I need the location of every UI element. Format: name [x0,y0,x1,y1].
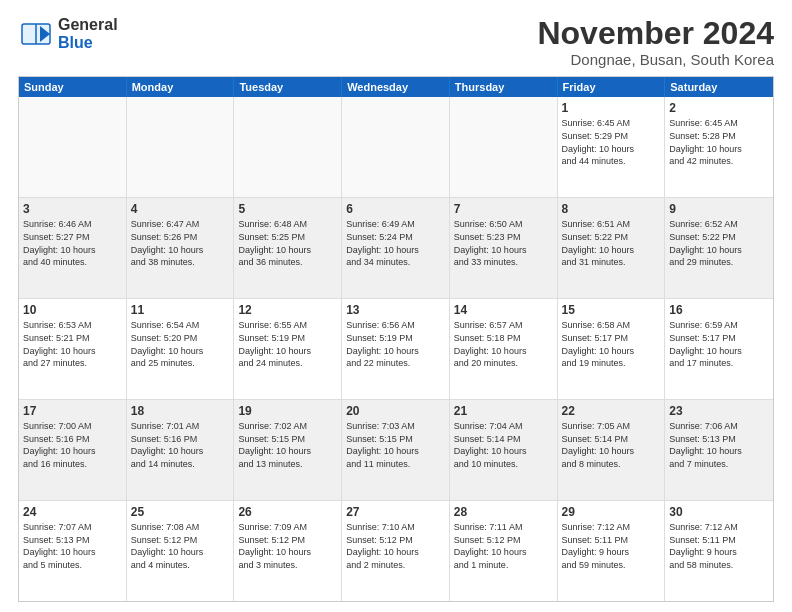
weekday-header-friday: Friday [558,77,666,97]
day-cell-22: 22Sunrise: 7:05 AM Sunset: 5:14 PM Dayli… [558,400,666,500]
day-cell-28: 28Sunrise: 7:11 AM Sunset: 5:12 PM Dayli… [450,501,558,601]
day-cell-30: 30Sunrise: 7:12 AM Sunset: 5:11 PM Dayli… [665,501,773,601]
day-cell-17: 17Sunrise: 7:00 AM Sunset: 5:16 PM Dayli… [19,400,127,500]
calendar-row-2: 10Sunrise: 6:53 AM Sunset: 5:21 PM Dayli… [19,298,773,399]
day-info: Sunrise: 6:54 AM Sunset: 5:20 PM Dayligh… [131,319,230,369]
day-info: Sunrise: 7:01 AM Sunset: 5:16 PM Dayligh… [131,420,230,470]
day-number: 16 [669,302,769,318]
day-info: Sunrise: 7:02 AM Sunset: 5:15 PM Dayligh… [238,420,337,470]
page: General Blue November 2024 Dongnae, Busa… [0,0,792,612]
day-info: Sunrise: 6:49 AM Sunset: 5:24 PM Dayligh… [346,218,445,268]
logo-general: General [58,16,118,34]
day-info: Sunrise: 6:53 AM Sunset: 5:21 PM Dayligh… [23,319,122,369]
day-info: Sunrise: 6:55 AM Sunset: 5:19 PM Dayligh… [238,319,337,369]
day-cell-7: 7Sunrise: 6:50 AM Sunset: 5:23 PM Daylig… [450,198,558,298]
day-cell-20: 20Sunrise: 7:03 AM Sunset: 5:15 PM Dayli… [342,400,450,500]
day-info: Sunrise: 6:46 AM Sunset: 5:27 PM Dayligh… [23,218,122,268]
day-cell-23: 23Sunrise: 7:06 AM Sunset: 5:13 PM Dayli… [665,400,773,500]
day-number: 2 [669,100,769,116]
month-title: November 2024 [537,16,774,51]
calendar-header: SundayMondayTuesdayWednesdayThursdayFrid… [19,77,773,97]
empty-cell [234,97,342,197]
weekday-header-saturday: Saturday [665,77,773,97]
calendar-row-1: 3Sunrise: 6:46 AM Sunset: 5:27 PM Daylig… [19,197,773,298]
day-number: 30 [669,504,769,520]
calendar-row-0: 1Sunrise: 6:45 AM Sunset: 5:29 PM Daylig… [19,97,773,197]
day-number: 29 [562,504,661,520]
day-info: Sunrise: 6:45 AM Sunset: 5:29 PM Dayligh… [562,117,661,167]
empty-cell [342,97,450,197]
day-cell-27: 27Sunrise: 7:10 AM Sunset: 5:12 PM Dayli… [342,501,450,601]
day-number: 17 [23,403,122,419]
day-cell-11: 11Sunrise: 6:54 AM Sunset: 5:20 PM Dayli… [127,299,235,399]
day-info: Sunrise: 7:05 AM Sunset: 5:14 PM Dayligh… [562,420,661,470]
day-number: 14 [454,302,553,318]
header-area: General Blue November 2024 Dongnae, Busa… [18,16,774,68]
day-cell-25: 25Sunrise: 7:08 AM Sunset: 5:12 PM Dayli… [127,501,235,601]
day-info: Sunrise: 7:12 AM Sunset: 5:11 PM Dayligh… [562,521,661,571]
day-number: 8 [562,201,661,217]
day-info: Sunrise: 7:03 AM Sunset: 5:15 PM Dayligh… [346,420,445,470]
day-info: Sunrise: 7:11 AM Sunset: 5:12 PM Dayligh… [454,521,553,571]
empty-cell [19,97,127,197]
calendar-row-3: 17Sunrise: 7:00 AM Sunset: 5:16 PM Dayli… [19,399,773,500]
day-number: 1 [562,100,661,116]
day-cell-15: 15Sunrise: 6:58 AM Sunset: 5:17 PM Dayli… [558,299,666,399]
day-info: Sunrise: 6:45 AM Sunset: 5:28 PM Dayligh… [669,117,769,167]
calendar-body: 1Sunrise: 6:45 AM Sunset: 5:29 PM Daylig… [19,97,773,601]
logo-text: General Blue [58,16,118,51]
day-number: 19 [238,403,337,419]
day-cell-12: 12Sunrise: 6:55 AM Sunset: 5:19 PM Dayli… [234,299,342,399]
day-number: 27 [346,504,445,520]
calendar-row-4: 24Sunrise: 7:07 AM Sunset: 5:13 PM Dayli… [19,500,773,601]
empty-cell [450,97,558,197]
day-info: Sunrise: 6:57 AM Sunset: 5:18 PM Dayligh… [454,319,553,369]
day-info: Sunrise: 7:12 AM Sunset: 5:11 PM Dayligh… [669,521,769,571]
empty-cell [127,97,235,197]
day-cell-2: 2Sunrise: 6:45 AM Sunset: 5:28 PM Daylig… [665,97,773,197]
day-number: 21 [454,403,553,419]
location-subtitle: Dongnae, Busan, South Korea [537,51,774,68]
day-number: 25 [131,504,230,520]
day-info: Sunrise: 7:08 AM Sunset: 5:12 PM Dayligh… [131,521,230,571]
weekday-header-tuesday: Tuesday [234,77,342,97]
day-info: Sunrise: 6:50 AM Sunset: 5:23 PM Dayligh… [454,218,553,268]
day-info: Sunrise: 6:48 AM Sunset: 5:25 PM Dayligh… [238,218,337,268]
day-number: 4 [131,201,230,217]
day-info: Sunrise: 6:58 AM Sunset: 5:17 PM Dayligh… [562,319,661,369]
calendar: SundayMondayTuesdayWednesdayThursdayFrid… [18,76,774,602]
day-cell-5: 5Sunrise: 6:48 AM Sunset: 5:25 PM Daylig… [234,198,342,298]
day-number: 11 [131,302,230,318]
day-info: Sunrise: 7:00 AM Sunset: 5:16 PM Dayligh… [23,420,122,470]
day-number: 18 [131,403,230,419]
day-info: Sunrise: 6:56 AM Sunset: 5:19 PM Dayligh… [346,319,445,369]
day-number: 24 [23,504,122,520]
day-cell-29: 29Sunrise: 7:12 AM Sunset: 5:11 PM Dayli… [558,501,666,601]
weekday-header-monday: Monday [127,77,235,97]
day-number: 12 [238,302,337,318]
weekday-header-wednesday: Wednesday [342,77,450,97]
day-info: Sunrise: 7:10 AM Sunset: 5:12 PM Dayligh… [346,521,445,571]
logo-blue: Blue [58,34,118,52]
logo-icon [18,16,54,52]
day-info: Sunrise: 6:52 AM Sunset: 5:22 PM Dayligh… [669,218,769,268]
day-cell-18: 18Sunrise: 7:01 AM Sunset: 5:16 PM Dayli… [127,400,235,500]
title-area: November 2024 Dongnae, Busan, South Kore… [537,16,774,68]
day-cell-9: 9Sunrise: 6:52 AM Sunset: 5:22 PM Daylig… [665,198,773,298]
logo: General Blue [18,16,118,52]
day-info: Sunrise: 7:06 AM Sunset: 5:13 PM Dayligh… [669,420,769,470]
day-info: Sunrise: 7:04 AM Sunset: 5:14 PM Dayligh… [454,420,553,470]
day-cell-16: 16Sunrise: 6:59 AM Sunset: 5:17 PM Dayli… [665,299,773,399]
day-cell-21: 21Sunrise: 7:04 AM Sunset: 5:14 PM Dayli… [450,400,558,500]
day-number: 28 [454,504,553,520]
day-number: 6 [346,201,445,217]
weekday-header-thursday: Thursday [450,77,558,97]
day-number: 20 [346,403,445,419]
day-cell-13: 13Sunrise: 6:56 AM Sunset: 5:19 PM Dayli… [342,299,450,399]
day-info: Sunrise: 6:47 AM Sunset: 5:26 PM Dayligh… [131,218,230,268]
day-number: 26 [238,504,337,520]
day-number: 13 [346,302,445,318]
day-info: Sunrise: 7:07 AM Sunset: 5:13 PM Dayligh… [23,521,122,571]
day-number: 10 [23,302,122,318]
day-cell-4: 4Sunrise: 6:47 AM Sunset: 5:26 PM Daylig… [127,198,235,298]
